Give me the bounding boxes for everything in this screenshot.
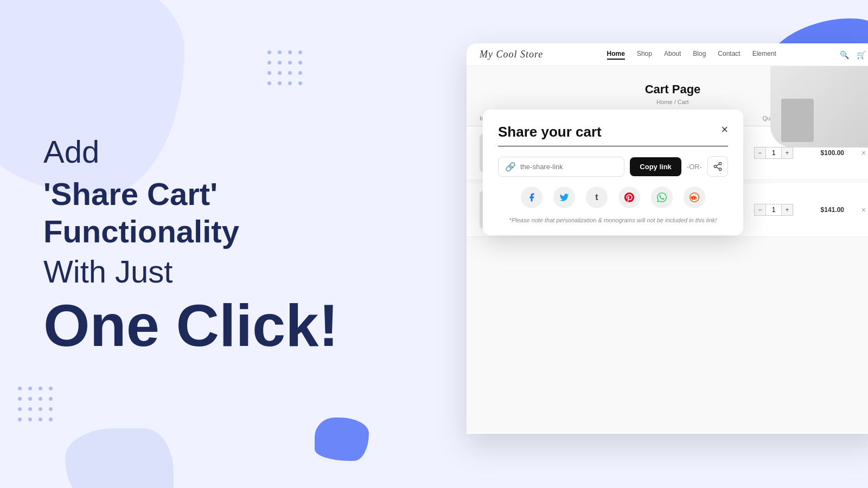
nav-link-about[interactable]: About: [664, 50, 681, 60]
product-total-2: $141.00: [801, 206, 844, 214]
link-chain-icon: 🔗: [505, 162, 516, 172]
remove-button-1[interactable]: ×: [844, 149, 866, 157]
headline-line2: 'Share Cart' Functionality: [43, 175, 380, 250]
native-share-button[interactable]: [707, 156, 728, 177]
nav-link-blog[interactable]: Blog: [693, 50, 706, 60]
qty-value-2: 1: [766, 204, 781, 216]
nav-link-home[interactable]: Home: [607, 50, 625, 60]
share-icon: [713, 162, 723, 171]
headline-line4: One Click!: [43, 296, 380, 355]
dot-grid-top: [266, 49, 304, 87]
modal-title: Share your cart: [498, 124, 602, 140]
reddit-icon: [690, 192, 699, 202]
blob-bottom-left: [65, 428, 174, 488]
cart-page-decoration: [770, 66, 868, 147]
whatsapp-icon: [657, 192, 667, 202]
qty-decrease-2[interactable]: −: [754, 204, 766, 216]
browser-mockup: My Cool Store Home Shop About Blog Conta…: [467, 43, 868, 434]
headline-line3: With Just: [43, 253, 380, 291]
nav-links: Home Shop About Blog Contact Element: [607, 50, 776, 60]
qty-control-1: − 1 +: [746, 147, 801, 159]
or-text: -OR-: [687, 163, 702, 171]
blob-bottom-center: [315, 418, 369, 461]
left-content: Add 'Share Cart' Functionality With Just…: [43, 133, 380, 355]
svg-line-17: [716, 167, 719, 169]
nav-icons: 🔍 🛒: [840, 50, 866, 59]
product-total-1: $100.00: [801, 149, 844, 157]
facebook-share-button[interactable]: [521, 187, 542, 208]
whatsapp-share-button[interactable]: [651, 187, 673, 208]
cart-icon[interactable]: 🛒: [857, 50, 866, 59]
share-link-input[interactable]: [520, 163, 617, 171]
browser-navbar: My Cool Store Home Shop About Blog Conta…: [467, 43, 868, 66]
modal-header: Share your cart ×: [498, 124, 728, 140]
qty-increase-2[interactable]: +: [781, 204, 793, 216]
link-row: 🔗 Copy link -OR-: [498, 156, 728, 177]
tumblr-icon: t: [595, 192, 598, 202]
modal-close-button[interactable]: ×: [721, 124, 728, 136]
qty-value-1: 1: [766, 147, 781, 159]
facebook-icon: [527, 192, 537, 202]
pinterest-icon: [624, 192, 634, 202]
social-share-row: t: [498, 187, 728, 208]
search-icon[interactable]: 🔍: [840, 50, 849, 59]
pinterest-share-button[interactable]: [618, 187, 640, 208]
store-logo: My Cool Store: [480, 49, 543, 60]
svg-line-18: [716, 164, 719, 166]
link-input-wrapper: 🔗: [498, 157, 624, 177]
headline-line1: Add: [43, 133, 380, 171]
reddit-share-button[interactable]: [684, 187, 705, 208]
share-cart-modal: Share your cart × 🔗 Copy link -OR-: [483, 110, 743, 235]
twitter-icon: [559, 192, 569, 202]
qty-decrease-1[interactable]: −: [754, 147, 766, 159]
nav-link-contact[interactable]: Contact: [718, 50, 740, 60]
modal-divider: [498, 146, 728, 146]
qty-control-2: − 1 +: [746, 204, 801, 216]
cart-page: Cart Page Home / Cart Image Price Quanti…: [467, 66, 868, 433]
remove-button-2[interactable]: ×: [844, 206, 866, 214]
dot-grid-bottom: [16, 385, 54, 423]
tumblr-share-button[interactable]: t: [586, 187, 608, 208]
copy-link-button[interactable]: Copy link: [630, 157, 681, 176]
nav-link-shop[interactable]: Shop: [637, 50, 652, 60]
nav-link-element[interactable]: Element: [752, 50, 776, 60]
twitter-share-button[interactable]: [553, 187, 575, 208]
modal-note: *Please note that personalization & mono…: [498, 217, 728, 223]
qty-increase-1[interactable]: +: [781, 147, 793, 159]
